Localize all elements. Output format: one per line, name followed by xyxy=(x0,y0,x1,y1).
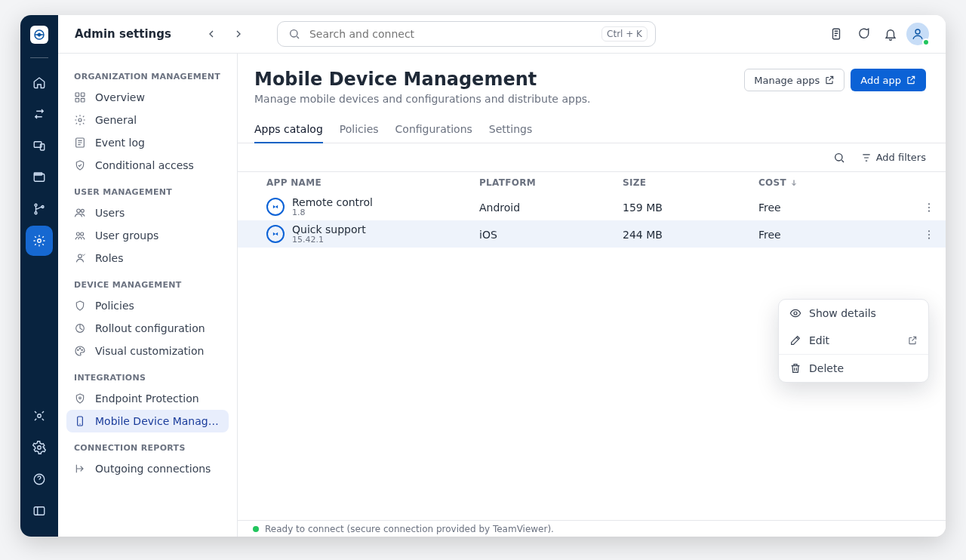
app-name: Remote control xyxy=(292,197,373,208)
svg-point-8 xyxy=(38,239,42,243)
svg-point-31 xyxy=(79,397,82,399)
dropdown-edit[interactable]: Edit xyxy=(779,327,928,354)
svg-point-35 xyxy=(928,206,930,208)
svg-point-10 xyxy=(38,446,42,450)
tab-settings[interactable]: Settings xyxy=(489,115,532,143)
table-search-button[interactable] xyxy=(828,146,851,169)
manage-apps-button[interactable]: Manage apps xyxy=(744,69,844,91)
add-filters-button[interactable]: Add filters xyxy=(855,149,932,166)
search-shortcut: Ctrl + K xyxy=(601,26,648,42)
rail-wallet-icon[interactable] xyxy=(26,162,53,192)
tab-configurations[interactable]: Configurations xyxy=(395,115,472,143)
svg-rect-18 xyxy=(75,98,79,102)
col-cost[interactable]: COST xyxy=(758,177,909,188)
sidebar-item-users[interactable]: Users xyxy=(66,202,229,224)
bell-icon[interactable] xyxy=(879,23,902,45)
sidebar-item-roles[interactable]: Roles xyxy=(66,247,229,269)
log-icon xyxy=(74,137,86,149)
size-cell: 244 MB xyxy=(623,229,758,241)
cost-cell: Free xyxy=(758,202,909,214)
sidebar-item-event-log[interactable]: Event log xyxy=(66,131,229,154)
search-icon xyxy=(288,28,300,40)
sidebar-item-label: Visual customization xyxy=(95,345,204,357)
row-dropdown: Show details Edit Delete xyxy=(778,299,929,383)
svg-point-20 xyxy=(78,118,82,122)
svg-point-38 xyxy=(928,233,930,235)
platform-cell: Android xyxy=(479,202,623,214)
rail-help-icon[interactable] xyxy=(26,464,53,494)
sidebar-item-label: Conditional access xyxy=(95,159,194,171)
sidebar-item-mobile-device-managem[interactable]: Mobile Device Managem… xyxy=(66,410,229,432)
svg-point-39 xyxy=(928,237,930,238)
roles-icon xyxy=(74,252,86,264)
dropdown-delete[interactable]: Delete xyxy=(779,355,928,382)
user-avatar[interactable] xyxy=(906,23,929,45)
rail-gear-icon[interactable] xyxy=(26,432,53,463)
col-app-name[interactable]: APP NAME xyxy=(266,177,479,188)
svg-point-5 xyxy=(35,204,37,206)
rollout-icon xyxy=(74,322,86,334)
global-search[interactable]: Ctrl + K xyxy=(277,21,656,47)
svg-rect-14 xyxy=(833,29,840,39)
rail-home-icon[interactable] xyxy=(26,67,53,97)
add-app-button[interactable]: Add app xyxy=(851,69,926,91)
tab-apps-catalog[interactable]: Apps catalog xyxy=(254,115,323,143)
sidebar-item-overview[interactable]: Overview xyxy=(66,86,229,109)
svg-point-28 xyxy=(78,349,78,350)
external-link-icon xyxy=(906,75,916,85)
edit-icon xyxy=(789,334,801,346)
out-icon xyxy=(74,463,86,475)
sidebar-item-rollout-configuration[interactable]: Rollout configuration xyxy=(66,317,229,340)
tab-policies[interactable]: Policies xyxy=(340,115,379,143)
table-row[interactable]: Remote control1.8Android159 MBFree xyxy=(238,193,946,220)
platform-cell: iOS xyxy=(479,229,623,241)
nav-back-button[interactable] xyxy=(200,23,223,45)
sidebar-item-visual-customization[interactable]: Visual customization xyxy=(66,340,229,362)
sidebar-item-label: Overview xyxy=(95,91,145,103)
sidebar-section-label: INTEGRATIONS xyxy=(66,362,229,387)
notes-icon[interactable] xyxy=(825,23,848,45)
sidebar-item-label: Mobile Device Managem… xyxy=(95,415,221,427)
dashboard-icon xyxy=(74,91,86,103)
sidebar-item-outgoing-connections[interactable]: Outgoing connections xyxy=(66,457,229,480)
sidebar-item-label: Roles xyxy=(95,252,123,264)
sidebar-item-label: General xyxy=(95,114,137,126)
filter-icon xyxy=(861,152,872,163)
app-icon xyxy=(266,198,285,216)
size-cell: 159 MB xyxy=(623,202,758,214)
status-bar: Ready to connect (secure connection prov… xyxy=(238,520,946,537)
svg-point-33 xyxy=(835,153,841,160)
rail-panel-icon[interactable] xyxy=(26,496,53,526)
svg-point-13 xyxy=(291,30,297,37)
row-menu-button[interactable] xyxy=(909,229,940,241)
search-input[interactable] xyxy=(308,27,601,41)
table-row[interactable]: Quick support15.42.1iOS244 MBFree xyxy=(238,220,946,248)
rail-devices-icon[interactable] xyxy=(26,131,53,161)
rail-settings-icon[interactable] xyxy=(26,226,53,256)
sidebar-item-endpoint-protection[interactable]: Endpoint Protection xyxy=(66,387,229,410)
col-platform[interactable]: PLATFORM xyxy=(479,177,623,188)
svg-point-26 xyxy=(78,254,82,258)
sidebar-item-user-groups[interactable]: User groups xyxy=(66,224,229,247)
status-dot xyxy=(253,526,259,532)
sort-desc-icon xyxy=(789,178,798,187)
dropdown-show-details[interactable]: Show details xyxy=(779,300,928,327)
svg-point-34 xyxy=(928,203,930,205)
rail-plug-icon[interactable] xyxy=(26,401,53,431)
sidebar-item-label: Event log xyxy=(95,137,145,149)
app-name-cell: Remote control1.8 xyxy=(266,197,479,217)
sidebar-item-policies[interactable]: Policies xyxy=(66,294,229,317)
page-subtitle: Manage mobile devices and configurations… xyxy=(254,93,591,105)
rail-branches-icon[interactable] xyxy=(26,194,53,224)
nav-forward-button[interactable] xyxy=(227,23,250,45)
chat-icon[interactable] xyxy=(852,23,875,45)
sidebar-item-label: Rollout configuration xyxy=(95,322,205,334)
sidebar-item-conditional-access[interactable]: Conditional access xyxy=(66,154,229,177)
row-menu-button[interactable] xyxy=(909,202,940,214)
trash-icon xyxy=(789,362,801,374)
sidebar-item-general[interactable]: General xyxy=(66,109,229,131)
svg-point-22 xyxy=(77,209,81,213)
rail-swap-icon[interactable] xyxy=(26,99,53,129)
col-size[interactable]: SIZE xyxy=(623,177,758,188)
external-link-icon xyxy=(824,75,835,85)
